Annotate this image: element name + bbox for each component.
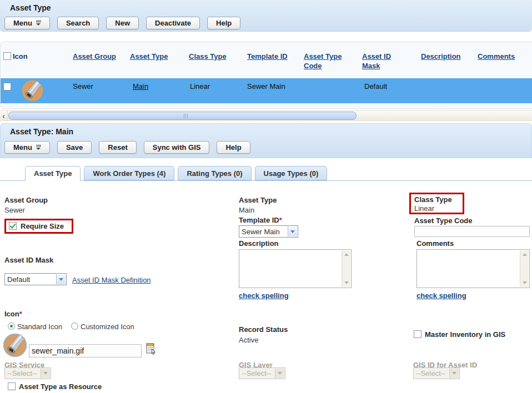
require-size-checkbox[interactable] bbox=[9, 222, 17, 230]
record-status-value: Active bbox=[239, 336, 258, 344]
save-button[interactable]: Save bbox=[57, 141, 92, 154]
list-toolbar: Menu Search New Deactivate Help bbox=[4, 17, 240, 29]
asset-group-value: Sewer bbox=[4, 206, 25, 214]
icon-label: Icon* bbox=[4, 310, 22, 318]
gis-service-select: --Select-- bbox=[4, 367, 51, 379]
row-asset-id-mask: Default bbox=[364, 82, 387, 90]
menu-caret-icon bbox=[36, 145, 41, 150]
row-asset-type-link[interactable]: Main bbox=[133, 82, 148, 90]
tab-rating-types[interactable]: Rating Types (0) bbox=[178, 166, 251, 180]
chevron-down-icon bbox=[275, 369, 284, 378]
column-header-description[interactable]: Description bbox=[421, 52, 461, 61]
help-button[interactable]: Help bbox=[207, 17, 240, 29]
standard-icon-label: Standard Icon bbox=[17, 323, 62, 331]
gis-layer-select: --Select-- bbox=[239, 367, 285, 379]
detail-tabs: Asset Type Work Order Types (4) Rating T… bbox=[25, 166, 327, 181]
select-all-checkbox[interactable] bbox=[3, 52, 11, 60]
asset-type-code-input[interactable] bbox=[414, 226, 530, 237]
detail-menu-button[interactable]: Menu bbox=[4, 141, 50, 154]
sync-with-gis-button[interactable]: Sync with GIS bbox=[144, 141, 210, 154]
row-template-id: Sewer Main bbox=[247, 82, 285, 90]
scroll-down-icon bbox=[523, 281, 527, 284]
gis-id-for-asset-id-select: --Select-- bbox=[413, 367, 460, 379]
description-label: Description bbox=[239, 239, 279, 248]
asset-id-mask-definition-link[interactable]: Asset ID Mask Definition bbox=[72, 276, 151, 284]
master-inventory-in-gis-checkbox[interactable] bbox=[414, 330, 421, 338]
scroll-up-icon bbox=[344, 253, 349, 256]
master-inventory-in-gis-label: Master Inventory in GIS bbox=[425, 330, 505, 339]
scrollbar-grip bbox=[184, 114, 189, 118]
template-id-select[interactable]: Sewer Main bbox=[239, 225, 298, 238]
customized-icon-radio[interactable] bbox=[71, 323, 78, 330]
icon-filename-input[interactable] bbox=[29, 344, 142, 357]
require-size-annotation-box: Require Size bbox=[4, 219, 73, 234]
asset-type-field-value: Main bbox=[239, 206, 254, 214]
textarea-scrollbar[interactable] bbox=[520, 250, 529, 287]
column-header-comments[interactable]: Comments bbox=[478, 52, 515, 61]
results-table: Icon Asset Group Asset Type Class Type T… bbox=[0, 42, 532, 109]
column-header-asset-type-code[interactable]: Asset Type Code bbox=[304, 52, 345, 70]
tab-work-order-types[interactable]: Work Order Types (4) bbox=[84, 166, 174, 180]
scroll-down-icon bbox=[344, 281, 349, 284]
chevron-down-icon bbox=[288, 226, 297, 236]
chevron-down-icon bbox=[449, 369, 459, 378]
standard-icon-radio[interactable] bbox=[8, 323, 15, 330]
comments-label: Comments bbox=[416, 239, 454, 248]
comments-check-spelling-link[interactable]: check spelling bbox=[416, 291, 466, 300]
description-check-spelling-link[interactable]: check spelling bbox=[239, 291, 289, 300]
horizontal-scrollbar[interactable]: ‹ bbox=[0, 110, 532, 121]
scrollbar-thumb[interactable] bbox=[8, 112, 357, 120]
deactivate-button[interactable]: Deactivate bbox=[146, 17, 200, 29]
asset-type-as-resource-checkbox[interactable] bbox=[8, 382, 16, 390]
menu-button[interactable]: Menu bbox=[4, 17, 50, 29]
row-asset-group: Sewer bbox=[73, 82, 93, 90]
class-type-annotation-box: Class Type Linear bbox=[409, 193, 464, 214]
menu-caret-icon bbox=[36, 21, 41, 26]
asset-type-field-label: Asset Type bbox=[239, 196, 277, 204]
description-textarea[interactable] bbox=[239, 249, 352, 288]
scroll-left-arrow-icon[interactable]: ‹ bbox=[0, 110, 8, 122]
column-header-icon: Icon bbox=[13, 52, 28, 61]
column-header-class-type[interactable]: Class Type bbox=[189, 52, 227, 61]
search-button[interactable]: Search bbox=[57, 17, 99, 29]
scroll-up-icon bbox=[523, 253, 527, 256]
row-class-type: Linear bbox=[190, 82, 210, 90]
customized-icon-label: Customized Icon bbox=[81, 323, 134, 331]
class-type-label: Class Type bbox=[414, 195, 452, 204]
list-title: Asset Type bbox=[10, 3, 51, 12]
asset-type-code-label: Asset Type Code bbox=[414, 216, 473, 225]
sewer-pipe-icon-preview bbox=[3, 334, 27, 359]
record-status-label: Record Status bbox=[239, 325, 288, 334]
detail-title: Asset Type: Main bbox=[10, 127, 73, 136]
new-button[interactable]: New bbox=[106, 17, 139, 29]
column-header-asset-id-mask[interactable]: Asset ID Mask bbox=[362, 52, 397, 70]
asset-id-mask-label: Asset ID Mask bbox=[4, 256, 53, 264]
column-header-asset-type[interactable]: Asset Type bbox=[130, 52, 168, 61]
reset-button[interactable]: Reset bbox=[99, 141, 136, 154]
asset-type-screen: Asset Type Menu Search New Deactivate He… bbox=[0, 0, 532, 393]
class-type-value: Linear bbox=[414, 204, 434, 213]
textarea-scrollbar[interactable] bbox=[342, 250, 350, 287]
chevron-down-icon bbox=[41, 369, 50, 378]
require-size-label: Require Size bbox=[21, 222, 64, 230]
tab-asset-type[interactable]: Asset Type bbox=[25, 166, 81, 181]
asset-type-as-resource-label: Asset Type as Resource bbox=[19, 382, 102, 391]
template-id-label: Template ID* bbox=[239, 216, 282, 224]
sewer-pipe-icon bbox=[22, 80, 43, 104]
detail-help-button[interactable]: Help bbox=[217, 141, 250, 154]
asset-id-mask-select[interactable]: Default bbox=[4, 273, 67, 285]
comments-textarea[interactable] bbox=[416, 249, 530, 288]
asset-group-label: Asset Group bbox=[4, 196, 48, 204]
row-checkbox[interactable] bbox=[3, 83, 11, 90]
chevron-down-icon bbox=[56, 274, 66, 284]
column-header-template-id[interactable]: Template ID bbox=[247, 52, 288, 61]
tab-usage-types[interactable]: Usage Types (0) bbox=[255, 166, 328, 180]
detail-toolbar: Menu Save Reset Sync with GIS Help bbox=[4, 141, 250, 154]
browse-icon-file-icon[interactable] bbox=[145, 342, 157, 357]
column-header-asset-group[interactable]: Asset Group bbox=[73, 52, 116, 61]
table-row[interactable]: Sewer Main Linear Sewer Main Default bbox=[1, 78, 532, 103]
